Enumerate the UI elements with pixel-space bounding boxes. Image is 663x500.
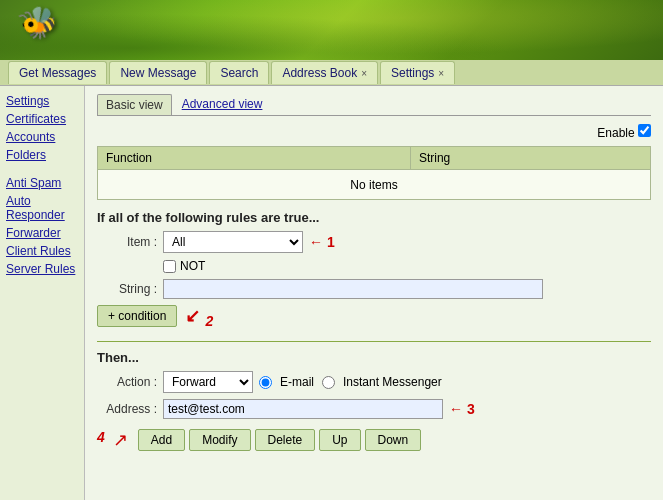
not-label: NOT	[180, 259, 205, 273]
content-area: Basic view Advanced view Enable Function…	[85, 86, 663, 500]
annotation-arrow-3: ← 3	[449, 401, 475, 417]
email-radio[interactable]	[259, 376, 272, 389]
action-select[interactable]: Forward Delete Move Copy	[163, 371, 253, 393]
sidebar-item-accounts[interactable]: Accounts	[6, 130, 78, 144]
up-button[interactable]: Up	[319, 429, 360, 451]
condition-separator	[97, 341, 651, 342]
table-header-string: String	[410, 147, 650, 170]
address-row: Address : ← 3	[97, 399, 651, 419]
annotation-arrow-4: ↗	[113, 429, 128, 451]
close-address-book-icon[interactable]: ×	[361, 68, 367, 79]
enable-row: Enable	[97, 124, 651, 140]
sidebar: Settings Certificates Accounts Folders A…	[0, 86, 85, 500]
action-label: Action :	[97, 375, 157, 389]
email-radio-label: E-mail	[280, 375, 314, 389]
sidebar-item-anti-spam[interactable]: Anti Spam	[6, 176, 78, 190]
im-radio[interactable]	[322, 376, 335, 389]
item-label: Item :	[97, 235, 157, 249]
item-row: Item : All Subject From To Body ← 1	[97, 231, 651, 253]
annotation-arrow-1: ← 1	[309, 234, 335, 250]
condition-row: + condition 2 ↙	[97, 305, 651, 337]
annotation-arrow-2: ↙	[185, 305, 200, 327]
nav-tab-get-messages-label: Get Messages	[19, 66, 96, 80]
address-input[interactable]	[163, 399, 443, 419]
down-button[interactable]: Down	[365, 429, 422, 451]
tab-basic-view[interactable]: Basic view	[97, 94, 172, 115]
sidebar-item-forwarder[interactable]: Forwarder	[6, 226, 78, 240]
nav-tab-address-book[interactable]: Address Book ×	[271, 61, 378, 84]
annotation-num-4: 4	[97, 429, 105, 451]
no-items-cell: No items	[98, 170, 651, 200]
sidebar-divider	[6, 166, 78, 176]
main-layout: Settings Certificates Accounts Folders A…	[0, 86, 663, 500]
add-button[interactable]: Add	[138, 429, 185, 451]
nav-tab-settings[interactable]: Settings ×	[380, 61, 455, 84]
nav-tab-settings-label: Settings	[391, 66, 434, 80]
condition-button[interactable]: + condition	[97, 305, 177, 327]
table-header-function: Function	[98, 147, 411, 170]
sidebar-item-client-rules[interactable]: Client Rules	[6, 244, 78, 258]
radio-group: E-mail Instant Messenger	[259, 375, 442, 389]
action-row: Action : Forward Delete Move Copy E-mail…	[97, 371, 651, 393]
tab-advanced-view[interactable]: Advanced view	[174, 94, 271, 115]
sidebar-item-auto-responder[interactable]: Auto Responder	[6, 194, 78, 222]
nav-tab-new-message-label: New Message	[120, 66, 196, 80]
string-label: String :	[97, 282, 157, 296]
sidebar-item-settings[interactable]: Settings	[6, 94, 78, 108]
navigation-bar: Get Messages New Message Search Address …	[0, 60, 663, 86]
address-label: Address :	[97, 402, 157, 416]
enable-checkbox[interactable]	[638, 124, 651, 137]
view-tabs: Basic view Advanced view	[97, 94, 651, 116]
enable-label: Enable	[597, 126, 634, 140]
not-row: NOT	[163, 259, 651, 273]
rules-title: If all of the following rules are true..…	[97, 210, 651, 225]
string-row: String :	[97, 279, 651, 299]
then-section: Then... Action : Forward Delete Move Cop…	[97, 350, 651, 419]
nav-tab-address-book-label: Address Book	[282, 66, 357, 80]
rules-table: Function String No items	[97, 146, 651, 200]
close-settings-icon[interactable]: ×	[438, 68, 444, 79]
nav-tab-search[interactable]: Search	[209, 61, 269, 84]
nav-tab-search-label: Search	[220, 66, 258, 80]
sidebar-item-folders[interactable]: Folders	[6, 148, 78, 162]
item-select[interactable]: All Subject From To Body	[163, 231, 303, 253]
annotation-num-2: 2	[205, 313, 213, 329]
nav-tab-new-message[interactable]: New Message	[109, 61, 207, 84]
tab-basic-view-label: Basic view	[106, 98, 163, 112]
modify-button[interactable]: Modify	[189, 429, 250, 451]
sidebar-item-certificates[interactable]: Certificates	[6, 112, 78, 126]
insect-decoration: 🐝	[15, 0, 62, 45]
string-input[interactable]	[163, 279, 543, 299]
header-banner: 🐝	[0, 0, 663, 60]
nav-tab-get-messages[interactable]: Get Messages	[8, 61, 107, 84]
sidebar-item-server-rules[interactable]: Server Rules	[6, 262, 78, 276]
not-checkbox[interactable]	[163, 260, 176, 273]
table-row-empty: No items	[98, 170, 651, 200]
im-radio-label: Instant Messenger	[343, 375, 442, 389]
then-title: Then...	[97, 350, 651, 365]
tab-advanced-view-label: Advanced view	[182, 97, 263, 111]
bottom-buttons: 4 ↗ Add Modify Delete Up Down	[97, 429, 651, 451]
delete-button[interactable]: Delete	[255, 429, 316, 451]
